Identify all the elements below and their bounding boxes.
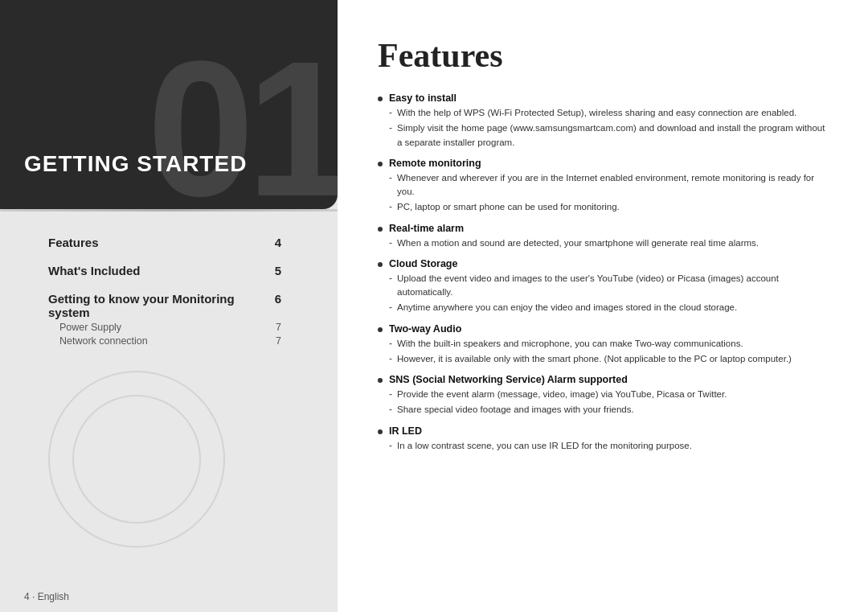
feature-sub-item-audio-0: - With the built-in speakers and microph… [389,337,832,351]
dash-easy-0: - [389,107,392,118]
toc-sub-link-power[interactable]: Power Supply 7 [59,322,313,333]
feature-sub-item-alarm-0: - When a motion and sound are detected, … [389,236,832,250]
feature-remote-monitoring: Remote monitoring - Whenever and whereve… [378,158,832,215]
feature-sub-item-easy-0: - With the help of WPS (Wi-Fi Protected … [389,106,832,120]
toc-sub-label-network: Network connection [59,335,148,347]
feature-sub-items-sns: - Provide the event alarm (message, vide… [378,388,832,417]
feature-sub-items-cloud: - Upload the event video and images to t… [378,272,832,315]
feature-title-ir: IR LED [389,425,422,437]
feature-sub-item-remote-1: - PC, laptop or smart phone can be used … [389,200,832,214]
feature-sub-item-remote-0: - Whenever and wherever if you are in th… [389,171,832,199]
dash-sns-1: - [389,404,392,415]
feature-bullet-easy: Easy to install [378,92,832,104]
feature-sub-text-sns-0: Provide the event alarm (message, video,… [397,388,727,401]
dash-audio-0: - [389,338,392,349]
toc-item-features: Features 4 [48,236,313,249]
toc-page-monitoring: 6 [265,292,281,306]
feature-two-way-audio: Two-way Audio - With the built-in speake… [378,323,832,367]
feature-title-sns: SNS (Social Networking Service) Alarm su… [389,374,628,385]
feature-bullet-alarm: Real-time alarm [378,223,832,234]
feature-sub-item-cloud-0: - Upload the event video and images to t… [389,272,832,300]
left-panel: 01 Getting Started Features 4 What's Inc… [0,0,338,612]
feature-sub-items-audio: - With the built-in speakers and microph… [378,337,832,367]
feature-sub-items-alarm: - When a motion and sound are detected, … [378,236,832,250]
toc-page-whats-included: 5 [265,264,281,277]
bullet-dot-cloud [378,262,383,267]
dash-remote-0: - [389,172,392,183]
feature-sub-item-sns-0: - Provide the event alarm (message, vide… [389,388,832,401]
toc-sub-page-power: 7 [276,322,281,333]
feature-sub-text-easy-1: Simply visit the home page (www.samsungs… [397,121,832,150]
bullet-dot-easy [378,97,383,101]
chapter-number: 01 [147,32,338,209]
feature-sub-item-ir-0: - In a low contrast scene, you can use I… [389,439,832,453]
feature-sub-items-easy: - With the help of WPS (Wi-Fi Protected … [378,106,832,150]
toc-sub-page-network: 7 [276,335,281,347]
bullet-dot-alarm [378,227,383,232]
feature-bullet-sns: SNS (Social Networking Service) Alarm su… [378,374,832,385]
dash-audio-1: - [389,353,392,364]
dash-sns-0: - [389,388,392,400]
toc-link-monitoring[interactable]: Getting to know your Monitoring system 6 [48,292,313,319]
feature-sub-text-remote-1: PC, laptop or smart phone can be used fo… [397,200,620,214]
dash-alarm-0: - [389,237,392,248]
feature-sub-text-remote-0: Whenever and wherever if you are in the … [397,171,832,199]
feature-bullet-ir: IR LED [378,425,832,437]
feature-sub-text-cloud-1: Anytime anywhere you can enjoy the video… [397,301,737,314]
feature-bullet-audio: Two-way Audio [378,323,832,335]
feature-bullet-remote: Remote monitoring [378,158,832,169]
chapter-title: Getting Started [24,151,247,177]
feature-sns-alarm: SNS (Social Networking Service) Alarm su… [378,374,832,417]
toc-sub-link-network[interactable]: Network connection 7 [59,335,313,347]
feature-cloud-storage: Cloud Storage - Upload the event video a… [378,258,832,315]
dash-cloud-0: - [389,273,392,284]
feature-bullet-cloud: Cloud Storage [378,258,832,269]
toc-label-monitoring: Getting to know your Monitoring system [48,292,265,319]
bullet-dot-sns [378,378,383,383]
bullet-dot-remote [378,162,383,166]
feature-sub-text-alarm-0: When a motion and sound are detected, yo… [397,236,759,250]
feature-real-time-alarm: Real-time alarm - When a motion and soun… [378,223,832,250]
dash-ir-0: - [389,440,392,451]
toc-sub-label-power: Power Supply [59,322,121,333]
feature-sub-item-sns-1: - Share special video footage and images… [389,403,832,417]
feature-sub-items-remote: - Whenever and wherever if you are in th… [378,171,832,215]
dash-cloud-1: - [389,302,392,313]
chapter-title-text: Getting Started [24,151,247,176]
dash-easy-1: - [389,122,392,133]
toc-link-whats-included[interactable]: What's Included 5 [48,264,313,277]
table-of-contents: Features 4 What's Included 5 Getting to … [0,212,338,581]
toc-item-monitoring: Getting to know your Monitoring system 6… [48,292,313,347]
feature-easy-to-install: Easy to install - With the help of WPS (… [378,92,832,150]
feature-sub-text-sns-1: Share special video footage and images w… [397,403,634,417]
feature-sub-text-audio-0: With the built-in speakers and microphon… [397,337,743,351]
toc-page-features: 4 [265,236,281,249]
feature-sub-item-audio-1: - However, it is available only with the… [389,352,832,366]
bullet-dot-ir [378,429,383,434]
feature-title-alarm: Real-time alarm [389,223,464,234]
bullet-dot-audio [378,327,383,332]
left-footer: 4 · English [0,581,338,612]
toc-label-whats-included: What's Included [48,264,140,277]
feature-sub-text-ir-0: In a low contrast scene, you can use IR … [397,439,692,453]
right-panel: Features Easy to install - With the help… [338,0,868,612]
dash-remote-1: - [389,201,392,212]
toc-link-features[interactable]: Features 4 [48,236,313,249]
feature-sub-items-ir: - In a low contrast scene, you can use I… [378,439,832,453]
page-title: Features [378,36,832,75]
toc-sub-items-monitoring: Power Supply 7 Network connection 7 [48,322,313,347]
toc-item-whats-included: What's Included 5 [48,264,313,277]
left-footer-text: 4 · English [24,591,69,602]
feature-title-remote: Remote monitoring [389,158,481,169]
feature-sub-text-easy-0: With the help of WPS (Wi-Fi Protected Se… [397,106,796,120]
feature-sub-text-audio-1: However, it is available only with the s… [397,352,792,366]
feature-title-cloud: Cloud Storage [389,258,457,269]
feature-sub-text-cloud-0: Upload the event video and images to the… [397,272,832,300]
feature-sub-item-cloud-1: - Anytime anywhere you can enjoy the vid… [389,301,832,314]
feature-title-easy: Easy to install [389,92,457,104]
toc-label-features: Features [48,236,99,249]
chapter-header: 01 Getting Started [0,0,338,209]
feature-sub-item-easy-1: - Simply visit the home page (www.samsun… [389,121,832,150]
feature-title-audio: Two-way Audio [389,323,461,335]
feature-ir-led: IR LED - In a low contrast scene, you ca… [378,425,832,453]
